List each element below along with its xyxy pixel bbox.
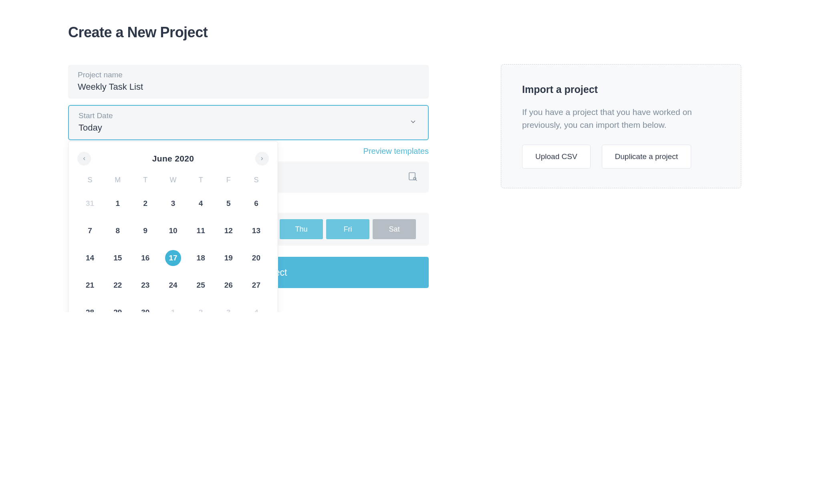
calendar-day[interactable]: 2	[133, 196, 158, 212]
start-date-label: Start Date	[79, 111, 418, 120]
calendar-day[interactable]: 8	[105, 223, 130, 239]
calendar-day[interactable]: 12	[216, 223, 241, 239]
document-search-icon	[408, 171, 418, 183]
calendar-day[interactable]: 4	[244, 304, 269, 312]
calendar-day[interactable]: 17	[160, 250, 186, 266]
calendar-day[interactable]: 27	[244, 277, 269, 293]
calendar-day[interactable]: 9	[133, 223, 158, 239]
chevron-down-icon	[410, 118, 417, 127]
project-name-field[interactable]: Project name Weekly Task List	[68, 65, 429, 99]
calendar-day[interactable]: 31	[77, 196, 103, 212]
calendar-day[interactable]: 3	[160, 196, 186, 212]
calendar-month-label: June 2020	[152, 154, 194, 163]
upload-csv-button[interactable]: Upload CSV	[522, 145, 591, 169]
import-title: Import a project	[522, 84, 720, 95]
calendar-day[interactable]: 29	[105, 304, 130, 312]
page-title: Create a New Project	[68, 24, 429, 41]
import-description: If you have a project that you have work…	[522, 106, 720, 131]
calendar-day[interactable]: 13	[244, 223, 269, 239]
calendar-day[interactable]: 26	[216, 277, 241, 293]
start-date-value: Today	[79, 123, 418, 133]
calendar-day[interactable]: 30	[133, 304, 158, 312]
calendar-day[interactable]: 22	[105, 277, 130, 293]
working-day-toggle[interactable]: Thu	[280, 219, 323, 239]
calendar-dow-header: S	[244, 176, 269, 184]
svg-rect-0	[409, 173, 415, 180]
calendar-day[interactable]: 11	[188, 223, 214, 239]
calendar-day[interactable]: 1	[105, 196, 130, 212]
calendar-day[interactable]: 10	[160, 223, 186, 239]
calendar-day[interactable]: 4	[188, 196, 214, 212]
calendar-day[interactable]: 16	[133, 250, 158, 266]
calendar-day[interactable]: 21	[77, 277, 103, 293]
calendar-dow-header: F	[216, 176, 241, 184]
calendar-day[interactable]: 5	[216, 196, 241, 212]
calendar-day[interactable]: 18	[188, 250, 214, 266]
start-date-field[interactable]: Start Date Today	[68, 105, 429, 140]
calendar-prev-button[interactable]	[77, 152, 91, 165]
calendar-popover: June 2020 SMTWTFS31123456789101112131415…	[68, 141, 278, 312]
calendar-dow-header: W	[160, 176, 186, 184]
duplicate-project-button[interactable]: Duplicate a project	[602, 145, 691, 169]
working-day-toggle[interactable]: Fri	[326, 219, 369, 239]
calendar-day[interactable]: 1	[160, 304, 186, 312]
calendar-day[interactable]: 23	[133, 277, 158, 293]
calendar-day[interactable]: 19	[216, 250, 241, 266]
calendar-dow-header: M	[105, 176, 130, 184]
calendar-dow-header: T	[188, 176, 214, 184]
calendar-day[interactable]: 3	[216, 304, 241, 312]
calendar-day[interactable]: 28	[77, 304, 103, 312]
calendar-day[interactable]: 25	[188, 277, 214, 293]
calendar-day[interactable]: 14	[77, 250, 103, 266]
calendar-day[interactable]: 20	[244, 250, 269, 266]
calendar-day[interactable]: 7	[77, 223, 103, 239]
calendar-day[interactable]: 24	[160, 277, 186, 293]
svg-line-2	[416, 179, 417, 181]
calendar-next-button[interactable]	[255, 152, 269, 165]
import-panel: Import a project If you have a project t…	[501, 64, 741, 188]
working-day-toggle[interactable]: Sat	[373, 219, 416, 239]
calendar-dow-header: S	[77, 176, 103, 184]
calendar-day[interactable]: 2	[188, 304, 214, 312]
calendar-dow-header: T	[133, 176, 158, 184]
project-name-label: Project name	[78, 71, 419, 79]
calendar-day[interactable]: 15	[105, 250, 130, 266]
calendar-day[interactable]: 6	[244, 196, 269, 212]
project-name-value: Weekly Task List	[78, 82, 419, 92]
